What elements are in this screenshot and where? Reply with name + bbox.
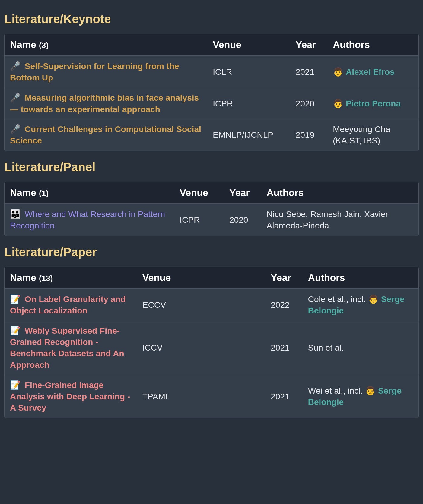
section-title-panel: Literature/Panel bbox=[4, 159, 419, 175]
col-name: Name (13) bbox=[5, 267, 137, 289]
col-authors: Authors bbox=[303, 267, 418, 289]
table-paper: Name (13)VenueYearAuthors📝 On Label Gran… bbox=[4, 267, 419, 418]
entry-type-icon: 📝 bbox=[10, 380, 21, 390]
cell-name: 👪 Where and What Research in Pattern Rec… bbox=[5, 204, 174, 236]
col-authors: Authors bbox=[327, 34, 418, 56]
entry-type-icon: 🎤 bbox=[10, 93, 21, 102]
cell-year: 2020 bbox=[224, 204, 261, 236]
entry-link[interactable]: Self-Supervision for Learning from the B… bbox=[10, 61, 179, 82]
authors-text: 👨 bbox=[333, 99, 346, 108]
author-link[interactable]: Pietro Perona bbox=[346, 99, 401, 108]
cell-name: 🎤 Self-Supervision for Learning from the… bbox=[5, 56, 207, 88]
table-panel: Name (1)VenueYearAuthors👪 Where and What… bbox=[4, 182, 419, 236]
cell-authors: Wei et al., incl. 👨 Serge Belongie bbox=[303, 375, 418, 418]
row-count: (13) bbox=[39, 274, 53, 283]
cell-authors: 👨 Pietro Perona bbox=[327, 88, 418, 119]
table-row: 🎤 Measuring algorithmic bias in face ana… bbox=[5, 88, 418, 119]
authors-text: 👨 bbox=[333, 67, 346, 77]
table-row: 📝 On Label Granularity and Object Locali… bbox=[5, 289, 418, 321]
cell-authors: Nicu Sebe, Ramesh Jain, Xavier Alameda-P… bbox=[261, 204, 418, 236]
cell-name: 📝 On Label Granularity and Object Locali… bbox=[5, 289, 137, 321]
cell-year: 2022 bbox=[265, 289, 302, 321]
cell-year: 2021 bbox=[265, 321, 302, 375]
section-title-paper: Literature/Paper bbox=[4, 244, 419, 260]
author-link[interactable]: Alexei Efros bbox=[346, 67, 395, 77]
entry-type-icon: 🎤 bbox=[10, 124, 21, 134]
cell-year: 2019 bbox=[290, 119, 327, 151]
table-row: 📝 Webly Supervised Fine-Grained Recognit… bbox=[5, 321, 418, 375]
cell-venue: EMNLP/IJCNLP bbox=[207, 119, 290, 151]
entry-link[interactable]: Where and What Research in Pattern Recog… bbox=[10, 209, 165, 230]
entry-type-icon: 👪 bbox=[10, 209, 21, 219]
authors-text: Nicu Sebe, Ramesh Jain, Xavier Alameda-P… bbox=[267, 209, 388, 230]
col-venue: Venue bbox=[174, 182, 224, 204]
table-row: 👪 Where and What Research in Pattern Rec… bbox=[5, 204, 418, 236]
cell-venue: ICPR bbox=[207, 88, 290, 119]
cell-venue: ICCV bbox=[137, 321, 265, 375]
authors-text: Cole et al., incl. 👨 bbox=[308, 295, 381, 304]
entry-type-icon: 📝 bbox=[10, 326, 21, 335]
col-name: Name (1) bbox=[5, 182, 174, 204]
cell-venue: TPAMI bbox=[137, 375, 265, 418]
cell-authors: Sun et al. bbox=[303, 321, 418, 375]
col-venue: Venue bbox=[207, 34, 290, 56]
entry-link[interactable]: Webly Supervised Fine-Grained Recognitio… bbox=[10, 326, 124, 370]
col-year: Year bbox=[265, 267, 302, 289]
col-venue: Venue bbox=[137, 267, 265, 289]
entry-type-icon: 📝 bbox=[10, 295, 21, 304]
table-row: 🎤 Self-Supervision for Learning from the… bbox=[5, 56, 418, 88]
row-count: (3) bbox=[39, 41, 49, 50]
cell-venue: ECCV bbox=[137, 289, 265, 321]
authors-text: Sun et al. bbox=[308, 343, 344, 352]
entry-link[interactable]: On Label Granularity and Object Localiza… bbox=[10, 295, 126, 315]
cell-name: 📝 Fine-Grained Image Analysis with Deep … bbox=[5, 375, 137, 418]
cell-venue: ICLR bbox=[207, 56, 290, 88]
cell-venue: ICPR bbox=[174, 204, 224, 236]
row-count: (1) bbox=[39, 189, 49, 198]
table-keynote: Name (3)VenueYearAuthors🎤 Self-Supervisi… bbox=[4, 34, 419, 151]
authors-text: Meeyoung Cha (KAIST, IBS) bbox=[333, 124, 390, 145]
section-title-keynote: Literature/Keynote bbox=[4, 11, 419, 27]
cell-year: 2020 bbox=[290, 88, 327, 119]
cell-year: 2021 bbox=[265, 375, 302, 418]
cell-name: 📝 Webly Supervised Fine-Grained Recognit… bbox=[5, 321, 137, 375]
col-authors: Authors bbox=[261, 182, 418, 204]
entry-link[interactable]: Fine-Grained Image Analysis with Deep Le… bbox=[10, 380, 130, 413]
cell-year: 2021 bbox=[290, 56, 327, 88]
cell-authors: Cole et al., incl. 👨 Serge Belongie bbox=[303, 289, 418, 321]
col-year: Year bbox=[224, 182, 261, 204]
cell-authors: Meeyoung Cha (KAIST, IBS) bbox=[327, 119, 418, 151]
entry-type-icon: 🎤 bbox=[10, 61, 21, 71]
cell-authors: 👨 Alexei Efros bbox=[327, 56, 418, 88]
entry-link[interactable]: Current Challenges in Computational Soci… bbox=[10, 124, 201, 145]
entry-link[interactable]: Measuring algorithmic bias in face analy… bbox=[10, 93, 199, 114]
table-row: 🎤 Current Challenges in Computational So… bbox=[5, 119, 418, 151]
cell-name: 🎤 Current Challenges in Computational So… bbox=[5, 119, 207, 151]
col-year: Year bbox=[290, 34, 327, 56]
col-name: Name (3) bbox=[5, 34, 207, 56]
table-row: 📝 Fine-Grained Image Analysis with Deep … bbox=[5, 375, 418, 418]
cell-name: 🎤 Measuring algorithmic bias in face ana… bbox=[5, 88, 207, 119]
authors-text: Wei et al., incl. 👨 bbox=[308, 386, 378, 395]
